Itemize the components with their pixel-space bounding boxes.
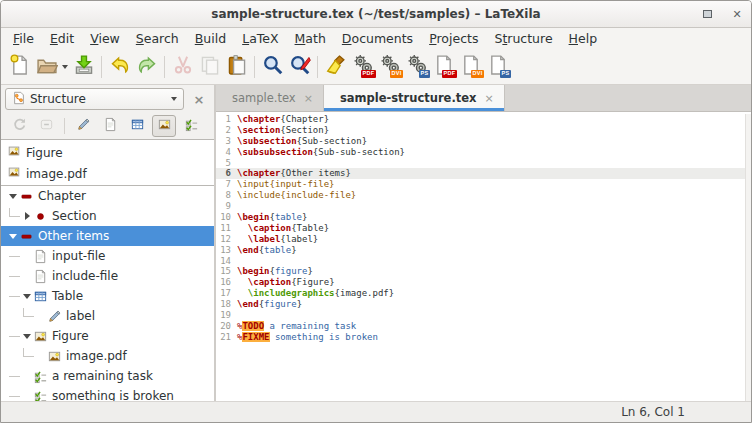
list-item[interactable]: image.pdf: [1, 163, 214, 184]
tree-row-image-pdf[interactable]: image.pdf: [1, 346, 214, 366]
close-icon: ✕: [732, 9, 741, 20]
toolbar-cut-button[interactable]: [169, 53, 196, 81]
tab-close-icon[interactable]: ×: [304, 92, 313, 105]
tab-close-icon[interactable]: ×: [484, 92, 493, 105]
code-lines: 1\chapter{Chapter}2\section{Section}3\su…: [216, 114, 745, 401]
panel-selector-combobox[interactable]: Structure: [5, 88, 184, 110]
toolbar-build-dvi-button[interactable]: DVI: [376, 53, 403, 81]
tree-row-label: Table: [52, 289, 83, 303]
toolbar-build-pdf-button[interactable]: PDF: [349, 53, 376, 81]
search-icon: [262, 54, 284, 79]
structure-refresh-button[interactable]: [7, 115, 31, 137]
todo-icon: [33, 389, 48, 402]
tree-row-other-items[interactable]: Other items: [1, 226, 214, 246]
tree-row-a-remaining-task[interactable]: a remaining task: [1, 366, 214, 386]
toolbar-undo-button[interactable]: [106, 53, 133, 81]
menu-item-view[interactable]: View: [82, 29, 128, 48]
close-window-button[interactable]: ✕: [729, 6, 745, 22]
panel-close-button[interactable]: ×: [188, 88, 210, 110]
label-icon: [47, 309, 62, 324]
tree-row-input-file[interactable]: input-file: [1, 246, 214, 266]
tree-row-label[interactable]: label: [1, 306, 214, 326]
tree-row-include-file[interactable]: include-file: [1, 266, 214, 286]
format-badge: PS: [419, 70, 430, 78]
line-number: 12: [216, 234, 235, 245]
tab-sample-structure-tex[interactable]: sample-structure.tex×: [324, 85, 505, 111]
toolbar-open-document-dropdown[interactable]: [60, 53, 70, 81]
image-icon: [47, 349, 62, 364]
toolbar-view-dvi-button[interactable]: DVI: [457, 53, 484, 81]
expander-icon[interactable]: [7, 234, 19, 239]
panel-selector-value: Structure: [30, 92, 167, 106]
tab-sample-tex[interactable]: sample.tex×: [216, 85, 324, 111]
code-line-20: 20%TODO a remaining task: [216, 321, 745, 332]
line-content: \label{label}: [235, 234, 318, 245]
code-line-7: 7\input{input-file}: [216, 179, 745, 190]
todo-icon: [184, 117, 199, 135]
structure-collapse-all-button[interactable]: [34, 115, 58, 137]
vertical-scrollbar[interactable]: [745, 114, 751, 401]
tree-row-something-is-broken[interactable]: something is broken: [1, 386, 214, 401]
toolbar-new-document-button[interactable]: [6, 53, 33, 81]
expander-icon[interactable]: [21, 334, 33, 339]
toolbar-search-button[interactable]: [259, 53, 286, 81]
menu-item-search[interactable]: Search: [128, 29, 187, 48]
toolbar-view-ps-button[interactable]: PS: [484, 53, 511, 81]
toolbar-copy-button[interactable]: [196, 53, 223, 81]
structure-tree: ChapterSectionOther itemsinput-fileinclu…: [1, 186, 214, 401]
menu-item-file[interactable]: File: [5, 29, 42, 48]
structure-show-tables-button[interactable]: [125, 115, 149, 137]
structure-show-todos-button[interactable]: [179, 115, 203, 137]
toolbar-build-ps-button[interactable]: PS: [403, 53, 430, 81]
tree-row-section[interactable]: Section: [1, 206, 214, 226]
expander-icon[interactable]: [7, 194, 19, 199]
toolbar-redo-button[interactable]: [133, 53, 160, 81]
menu-item-build[interactable]: Build: [187, 29, 234, 48]
undo-icon: [109, 54, 131, 79]
title-bar[interactable]: sample-structure.tex (~/test/samples) – …: [1, 1, 751, 28]
table-icon: [130, 117, 145, 135]
editor: sample.tex×sample-structure.tex× 1\chapt…: [216, 85, 751, 401]
menu-item-math[interactable]: Math: [287, 29, 334, 48]
list-item[interactable]: Figure: [1, 142, 214, 163]
chapter-icon: [19, 189, 34, 204]
line-number: 2: [216, 125, 235, 136]
menu-bar: FileEditViewSearchBuildLaTeXMathDocument…: [1, 28, 751, 49]
menu-item-latex[interactable]: LaTeX: [234, 29, 286, 48]
tree-row-table[interactable]: Table: [1, 286, 214, 306]
line-content: \section{Section}: [235, 125, 329, 136]
structure-show-included-files-button[interactable]: [98, 115, 122, 137]
tab-bar: sample.tex×sample-structure.tex×: [216, 85, 751, 112]
expander-icon[interactable]: [21, 212, 33, 220]
code-line-17: 17 \includegraphics{image.pdf}: [216, 288, 745, 299]
tree-connector: [9, 208, 20, 217]
menu-item-help[interactable]: Help: [561, 29, 606, 48]
line-content: \chapter{Other items}: [235, 168, 351, 179]
maximize-button[interactable]: [699, 6, 715, 22]
tree-row-chapter[interactable]: Chapter: [1, 186, 214, 206]
structure-show-figures-button[interactable]: [152, 115, 176, 137]
toolbar-save-button[interactable]: [70, 53, 97, 81]
line-content: \begin{table}: [235, 212, 307, 223]
tree-row-label: image.pdf: [66, 349, 127, 363]
menu-item-projects[interactable]: Projects: [421, 29, 486, 48]
toolbar-clean-build-files-button[interactable]: [322, 53, 349, 81]
line-content: [235, 256, 237, 267]
menu-item-edit[interactable]: Edit: [42, 29, 82, 48]
code-line-12: 12 \label{label}: [216, 234, 745, 245]
expander-icon[interactable]: [21, 294, 33, 299]
tree-row-figure[interactable]: Figure: [1, 326, 214, 346]
broom-icon: [325, 54, 347, 79]
copy-icon: [199, 54, 221, 79]
line-number: 16: [216, 277, 235, 288]
toolbar-search-and-replace-button[interactable]: [286, 53, 313, 81]
menu-item-structure[interactable]: Structure: [486, 29, 560, 48]
tree-row-label: a remaining task: [52, 369, 153, 383]
structure-show-labels-button[interactable]: [71, 115, 95, 137]
toolbar-view-pdf-button[interactable]: PDF: [430, 53, 457, 81]
code-area[interactable]: 1\chapter{Chapter}2\section{Section}3\su…: [216, 112, 751, 401]
toolbar-open-document-button[interactable]: [33, 53, 60, 81]
menu-item-documents[interactable]: Documents: [334, 29, 421, 48]
tree-connector: [9, 296, 20, 297]
toolbar-paste-button[interactable]: [223, 53, 250, 81]
